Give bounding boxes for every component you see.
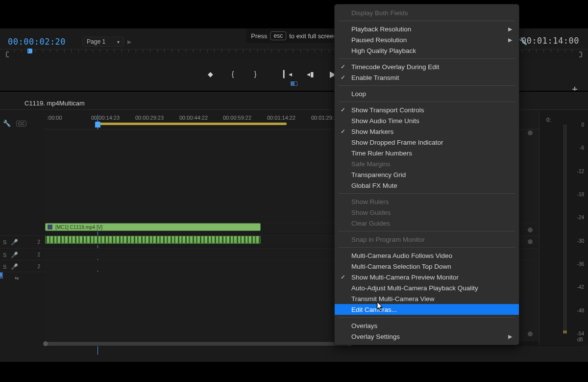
step-back-button[interactable]: ◂▮ — [306, 70, 315, 78]
menu-item[interactable]: Edit Cameras... — [335, 304, 519, 315]
track-number: 2 — [37, 252, 40, 257]
vscroll-knob[interactable] — [528, 130, 533, 135]
ruler-tick-label: 00:00:14:23 — [91, 115, 120, 121]
page-dropdown[interactable]: Page 1 ▾ — [82, 37, 124, 47]
in-bracket-icon[interactable] — [6, 51, 9, 57]
mic-icon[interactable]: 🎤 — [11, 252, 18, 258]
menu-item[interactable]: Paused Resolution▶ — [335, 34, 519, 45]
meter-channel-bar — [564, 125, 564, 333]
menu-item[interactable]: Time Ruler Numbers — [335, 148, 519, 158]
play-small-icon[interactable]: ▶ — [127, 39, 131, 45]
solo-toggle[interactable]: S — [3, 239, 6, 245]
page-dropdown-label: Page 1 — [87, 38, 105, 45]
track-number: 2 — [37, 264, 40, 269]
menu-item: Safe Margins — [335, 158, 519, 169]
master-track-head[interactable]: ⇆ — [0, 272, 44, 284]
menu-item[interactable]: Multi-Camera Audio Follows Video — [335, 250, 519, 261]
out-bracket-icon[interactable] — [579, 51, 582, 57]
audio-track-head[interactable]: S 🎤 2 — [0, 260, 44, 273]
audio-track-head[interactable]: S 🎤 2 — [0, 235, 44, 248]
menu-item[interactable]: High Quality Playback — [335, 45, 519, 56]
esc-key-badge: esc — [270, 31, 287, 40]
menu-item[interactable]: Show Audio Time Units — [335, 115, 519, 126]
menu-item[interactable]: Overlays — [335, 320, 519, 331]
menu-item[interactable]: ✓Enable Transmit — [335, 72, 519, 83]
add-button[interactable]: ＋ — [570, 83, 579, 95]
mic-icon[interactable]: 🎤 — [11, 263, 18, 270]
program-monitor-context-menu[interactable]: Display Both FieldsPlayback Resolution▶P… — [334, 4, 519, 345]
hscroll-thumb[interactable] — [45, 342, 349, 346]
meter-scale-label: 0 — [569, 122, 584, 127]
submenu-arrow-icon: ▶ — [508, 333, 512, 340]
menu-item-label: Playback Resolution — [351, 25, 411, 33]
submenu-arrow-icon: ▶ — [508, 26, 512, 32]
ruler-tick-label: :00:00 — [47, 115, 62, 121]
audio-track-head[interactable]: S 🎤 2 — [0, 248, 44, 261]
menu-item-label: Transparency Grid — [351, 171, 406, 178]
wrench-icon[interactable]: 🔧 — [3, 120, 11, 127]
menu-item-label: Paused Resolution — [351, 36, 407, 44]
menu-item-label: Timecode Overlay During Edit — [351, 63, 440, 71]
clip-thumbnail-icon — [48, 225, 52, 229]
menu-item[interactable]: Multi-Camera Selection Top Down — [335, 261, 519, 272]
menu-item[interactable]: Loop — [335, 88, 519, 99]
mic-icon[interactable]: 🎤 — [11, 239, 18, 246]
menu-item-label: Show Audio Time Units — [351, 117, 419, 125]
menu-item[interactable]: Show Dropped Frame Indicator — [335, 137, 519, 148]
work-area-bar[interactable] — [98, 123, 287, 125]
ruler-tick-label: 00:00:59:22 — [223, 115, 251, 121]
captions-badge[interactable]: CC — [16, 121, 26, 127]
solo-toggle[interactable]: S — [3, 252, 6, 258]
menu-item: Show Guides — [335, 207, 519, 218]
menu-item[interactable]: Playback Resolution▶ — [335, 24, 519, 34]
source-timecode[interactable]: 00:00:02:20 — [8, 37, 66, 47]
menu-item[interactable]: ✓Timecode Overlay During Edit — [335, 61, 519, 72]
menu-item-label: Show Guides — [351, 209, 391, 216]
menu-item[interactable]: ✓Show Transport Controls — [335, 104, 519, 115]
expand-icon[interactable]: ⇆ — [15, 276, 19, 281]
menu-item-label: Multi-Camera Audio Follows Video — [351, 252, 452, 259]
menu-item[interactable]: Auto-Adjust Multi-Camera Playback Qualit… — [335, 282, 519, 293]
sequence-tab[interactable]: C1119. mp4Multicam — [20, 97, 90, 109]
mark-out-button[interactable]: } — [251, 70, 260, 78]
meter-level — [564, 331, 564, 333]
meter-scale-label: -24 — [569, 215, 584, 220]
zoom-handle-left[interactable] — [43, 341, 48, 346]
menu-separator — [339, 247, 515, 248]
program-timecode[interactable]: 00:01:14:00 — [521, 36, 579, 46]
audio-clip[interactable] — [45, 236, 261, 244]
meter-scale-label: -54 — [569, 331, 584, 336]
timeline-vscroll[interactable] — [527, 129, 533, 342]
menu-item[interactable]: Transparency Grid — [335, 169, 519, 180]
fullscreen-hint-prefix: Press — [251, 32, 267, 40]
video-clip[interactable]: [MC1] C1119.mp4 [V] — [45, 223, 261, 231]
menu-item-label: Show Transport Controls — [351, 106, 424, 114]
menu-item[interactable]: Global FX Mute — [335, 180, 519, 191]
marker-button[interactable]: ◆ — [206, 70, 215, 78]
menu-separator — [339, 317, 515, 318]
menu-item-label: High Quality Playback — [351, 47, 416, 54]
audio-meter[interactable]: 0-6-12-18-24-30-36-42-48-54 — [568, 125, 584, 333]
menu-item[interactable]: Transmit Multi-Camera View — [335, 293, 519, 304]
vscroll-knob[interactable] — [528, 331, 533, 336]
vscroll-knob[interactable] — [528, 228, 533, 232]
go-to-in-button[interactable]: ▎◂ — [283, 70, 292, 78]
menu-separator — [339, 58, 515, 59]
ruler-tick-label: 00:00:29:23 — [135, 115, 164, 121]
meter-scale-label: -12 — [569, 168, 584, 174]
meter-timecode: 0; — [546, 117, 551, 123]
vscroll-knob[interactable] — [528, 239, 533, 244]
mark-in-button[interactable]: { — [228, 70, 237, 78]
menu-separator — [339, 193, 515, 194]
menu-item[interactable]: ✓Show Multi-Camera Preview Monitor — [335, 272, 519, 282]
menu-item-label: Show Multi-Camera Preview Monitor — [351, 274, 459, 281]
solo-toggle[interactable]: S — [3, 264, 6, 270]
menu-item-label: Snap in Program Monitor — [351, 236, 425, 243]
check-icon: ✓ — [341, 274, 345, 280]
menu-item[interactable]: Overlay Settings▶ — [335, 331, 519, 342]
menu-item-label: Show Rulers — [351, 198, 389, 205]
loop-indicator[interactable] — [291, 81, 297, 86]
menu-item[interactable]: ✓Show Markers — [335, 126, 519, 137]
menu-item-label: Edit Cameras... — [351, 306, 397, 313]
menu-item: Clear Guides — [335, 218, 519, 229]
